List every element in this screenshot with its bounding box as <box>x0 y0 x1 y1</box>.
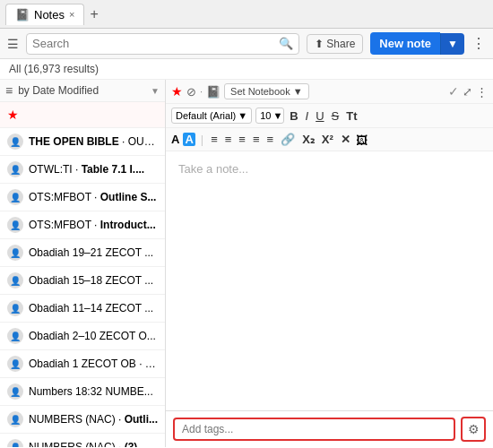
editor-toolbar-2: Default (Arial) ▼ 10 ▼ B I U S Tt <box>166 104 493 128</box>
sort-chevron-icon[interactable]: ▼ <box>151 86 160 96</box>
list-item[interactable]: 👤 NUMBERS (NAC) · (3) St... <box>0 434 165 447</box>
list-item[interactable]: 👤 Obadiah 1 ZECOT OB · T... <box>0 350 165 378</box>
avatar: 👤 <box>7 272 23 289</box>
image-button[interactable]: 🖼 <box>356 134 368 147</box>
list-item[interactable]: 👤 Obadiah 2–10 ZECOT O... <box>0 323 165 350</box>
color-a-bg-button[interactable]: A <box>183 133 195 146</box>
list-item[interactable]: 👤 THE OPEN BIBLE · OUT... <box>0 128 165 156</box>
avatar: 👤 <box>7 356 23 372</box>
tags-settings-button[interactable]: ⚙ <box>461 417 486 442</box>
font-name-label: Default (Arial) <box>176 110 236 121</box>
editor-more-icon[interactable]: ⋮ <box>476 85 488 99</box>
share-icon: ⬆ <box>315 38 324 50</box>
editor-toolbar-3: A A | ≡ ≡ ≡ ≡ ≡ 🔗 X₂ X² ✕ 🖼 <box>166 128 493 151</box>
new-note-group: New note ▼ <box>370 32 464 55</box>
list-item[interactable]: 👤 Obadiah 15–18 ZECOT ... <box>0 267 165 295</box>
indent-in-button[interactable]: ≡ <box>251 132 262 147</box>
main-toolbar: ☰ 🔍 ⬆ Share New note ▼ ⋮ <box>0 29 493 59</box>
notebook-icon: 📓 <box>206 85 221 99</box>
note-title: Obadiah 1 ZECOT OB · T... <box>29 358 158 370</box>
separator2: | <box>201 133 203 146</box>
note-title: OTWL:TI · Table 7.1 I.... <box>29 163 158 176</box>
italic-button[interactable]: I <box>304 108 311 124</box>
settings-icon: ⚙ <box>468 422 480 436</box>
avatar: 👤 <box>7 300 23 316</box>
left-panel: ≡ by Date Modified ▼ ★ 👤 THE OPEN BIBLE … <box>0 80 166 447</box>
check-icon[interactable]: ✓ <box>448 84 459 99</box>
search-box: 🔍 <box>26 33 299 55</box>
list-item[interactable]: 👤 NUMBERS (NAC) · Outli... <box>0 406 165 434</box>
list-item[interactable]: 👤 Obadiah 11–14 ZECOT ... <box>0 295 165 323</box>
notes-tab-icon: 📓 <box>15 8 30 22</box>
font-size-label: 10 <box>260 110 271 121</box>
list-item[interactable]: 👤 OTS:MFBOT · Outline S... <box>0 184 165 211</box>
note-title: NUMBERS (NAC) · Outli... <box>29 413 158 426</box>
align-left-button[interactable]: ≡ <box>209 132 220 147</box>
font-selector[interactable]: Default (Arial) ▼ <box>171 108 252 124</box>
note-title: OTS:MFBOT · Outline S... <box>29 191 158 203</box>
list-item[interactable]: 👤 Obadiah 19–21 ZECOT ... <box>0 239 165 267</box>
note-title: Obadiah 15–18 ZECOT ... <box>29 274 158 287</box>
indent-out-button[interactable]: ≡ <box>265 132 276 147</box>
new-note-dropdown-button[interactable]: ▼ <box>440 33 464 55</box>
superscript-button[interactable]: X² <box>320 132 335 147</box>
set-notebook-label: Set Notebook <box>230 86 290 97</box>
underline-button[interactable]: U <box>314 108 325 124</box>
note-title: Obadiah 11–14 ZECOT ... <box>29 302 158 314</box>
avatar: 👤 <box>7 383 23 400</box>
avatar: 👤 <box>7 328 23 344</box>
list-item[interactable]: 👤 OTS:MFBOT · Introduct... <box>0 211 165 239</box>
subscript-button[interactable]: X₂ <box>300 132 316 147</box>
list-item[interactable]: 👤 OTWL:TI · Table 7.1 I.... <box>0 156 165 184</box>
font-size-selector[interactable]: 10 ▼ <box>255 108 284 124</box>
color-a-button[interactable]: A <box>171 133 179 146</box>
note-title: NUMBERS (NAC) · (3) St... <box>29 441 158 447</box>
main-content: ≡ by Date Modified ▼ ★ 👤 THE OPEN BIBLE … <box>0 80 493 447</box>
share-button[interactable]: ⬆ Share <box>307 34 363 54</box>
list-item[interactable]: 👤 Numbers 18:32 NUMBE... <box>0 378 165 406</box>
editor-placeholder: Take a note... <box>178 162 248 176</box>
sort-label[interactable]: by Date Modified <box>18 84 145 97</box>
note-title: Numbers 18:32 NUMBE... <box>29 385 158 398</box>
list-ol-button[interactable]: ≡ <box>237 132 247 147</box>
search-input[interactable] <box>32 37 275 50</box>
tt-button[interactable]: Tt <box>344 108 359 124</box>
right-panel: ★ ⊘ · 📓 Set Notebook ▼ ✓ ⤢ ⋮ Default (Ar… <box>166 80 493 447</box>
font-chevron-icon: ▼ <box>238 110 247 121</box>
add-tab-button[interactable]: + <box>90 6 98 22</box>
avatar: 👤 <box>7 189 23 205</box>
avatar: 👤 <box>7 439 23 447</box>
search-icon: 🔍 <box>279 37 293 50</box>
list-view-icon[interactable]: ≡ <box>5 83 13 98</box>
avatar: 👤 <box>7 161 23 177</box>
strikethrough-button[interactable]: S <box>330 108 342 124</box>
notes-tab[interactable]: 📓 Notes × <box>5 4 84 25</box>
results-bar: All (16,973 results) <box>0 59 493 80</box>
avatar: 👤 <box>7 245 23 261</box>
tab-bar: 📓 Notes × + <box>0 0 493 29</box>
note-title: OTS:MFBOT · Introduct... <box>29 219 158 231</box>
notes-list: ★ 👤 THE OPEN BIBLE · OUT... 👤 OTWL:TI · … <box>0 102 165 447</box>
star-icon: ★ <box>7 108 19 122</box>
list-ul-button[interactable]: ≡ <box>223 132 234 147</box>
bold-button[interactable]: B <box>288 108 299 124</box>
star-toggle-icon[interactable]: ★ <box>171 84 183 99</box>
font-size-chevron-icon: ▼ <box>272 110 282 121</box>
tab-close-icon[interactable]: × <box>69 9 74 20</box>
results-all-label: All <box>9 63 21 75</box>
slash-icon[interactable]: ⊘ <box>186 85 196 99</box>
avatar: 👤 <box>7 411 23 427</box>
separator: · <box>200 86 203 97</box>
new-note-button[interactable]: New note <box>370 32 440 55</box>
clear-format-button[interactable]: ✕ <box>339 132 352 147</box>
link-button[interactable]: 🔗 <box>279 132 297 147</box>
tags-input[interactable] <box>173 418 455 441</box>
hamburger-icon[interactable]: ☰ <box>7 37 19 51</box>
expand-icon[interactable]: ⤢ <box>463 85 472 99</box>
toolbar-more-button[interactable]: ⋮ <box>471 35 486 52</box>
set-notebook-button[interactable]: Set Notebook ▼ <box>224 83 309 99</box>
list-toolbar: ≡ by Date Modified ▼ <box>0 80 165 102</box>
editor-area[interactable]: Take a note... <box>166 151 493 410</box>
starred-note-item[interactable]: ★ <box>0 102 165 128</box>
tags-bar: ⚙ <box>166 410 493 447</box>
